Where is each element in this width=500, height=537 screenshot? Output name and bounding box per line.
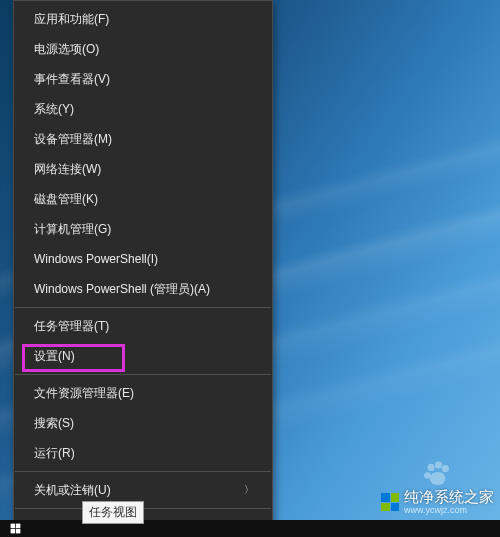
svg-point-4 — [430, 472, 446, 485]
menu-separator — [15, 307, 271, 308]
menu-device-manager[interactable]: 设备管理器(M) — [14, 124, 272, 154]
menu-settings[interactable]: 设置(N) — [14, 341, 272, 371]
svg-point-1 — [435, 461, 442, 468]
menu-system[interactable]: 系统(Y) — [14, 94, 272, 124]
watermark-url: www.ycwjz.com — [404, 506, 494, 515]
watermark: 纯净系统之家 www.ycwjz.com — [381, 489, 494, 515]
svg-point-0 — [427, 464, 434, 471]
chevron-right-icon: 〉 — [244, 483, 254, 497]
winx-context-menu: 应用和功能(F) 电源选项(O) 事件查看器(V) 系统(Y) 设备管理器(M)… — [13, 0, 273, 537]
menu-separator — [15, 471, 271, 472]
menu-disk-management[interactable]: 磁盘管理(K) — [14, 184, 272, 214]
menu-computer-management[interactable]: 计算机管理(G) — [14, 214, 272, 244]
svg-point-2 — [442, 465, 449, 472]
start-button[interactable] — [0, 520, 30, 537]
menu-apps-features[interactable]: 应用和功能(F) — [14, 4, 272, 34]
windows-logo-icon — [10, 524, 20, 534]
menu-run[interactable]: 运行(R) — [14, 438, 272, 468]
menu-file-explorer[interactable]: 文件资源管理器(E) — [14, 378, 272, 408]
menu-power-options[interactable]: 电源选项(O) — [14, 34, 272, 64]
menu-powershell[interactable]: Windows PowerShell(I) — [14, 244, 272, 274]
watermark-logo-icon — [381, 493, 399, 511]
taskbar[interactable] — [0, 520, 500, 537]
menu-network-connections[interactable]: 网络连接(W) — [14, 154, 272, 184]
watermark-title: 纯净系统之家 — [404, 489, 494, 504]
menu-search[interactable]: 搜索(S) — [14, 408, 272, 438]
menu-event-viewer[interactable]: 事件查看器(V) — [14, 64, 272, 94]
taskview-tooltip: 任务视图 — [82, 501, 144, 524]
menu-separator — [15, 374, 271, 375]
menu-task-manager[interactable]: 任务管理器(T) — [14, 311, 272, 341]
paw-decoration-icon — [422, 459, 452, 489]
menu-powershell-admin[interactable]: Windows PowerShell (管理员)(A) — [14, 274, 272, 304]
svg-point-3 — [424, 472, 431, 479]
